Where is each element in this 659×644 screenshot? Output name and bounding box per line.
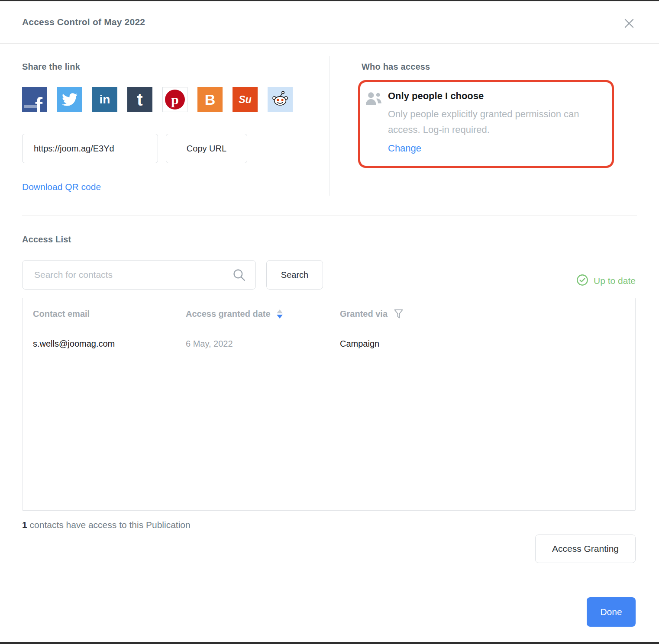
access-option-description: Only people explicitly granted permissio…: [388, 106, 609, 138]
table-cell: Campaign: [340, 339, 635, 349]
access-option-title: Only people I choose: [388, 90, 484, 102]
access-option-card: Only people I choose Only people explici…: [358, 80, 614, 168]
summary-text: 1 contacts have access to this Publicati…: [22, 520, 191, 530]
pinterest-icon[interactable]: p: [162, 87, 187, 112]
close-icon[interactable]: [622, 16, 636, 31]
column-header-contact-email: Contact email: [33, 309, 186, 319]
download-qr-link[interactable]: Download QR code: [22, 182, 101, 192]
horizontal-divider: [22, 215, 637, 216]
column-header-granted-via: Granted via: [340, 309, 635, 319]
access-granting-button[interactable]: Access Granting: [535, 535, 636, 563]
share-section-title: Share the link: [22, 62, 80, 72]
table-cell: 6 May, 2022: [186, 339, 340, 349]
search-field-wrap: [22, 260, 256, 290]
filter-icon[interactable]: [394, 309, 404, 319]
access-control-modal: Access Control of May 2022 Share the lin…: [0, 0, 659, 644]
people-icon: [364, 89, 383, 110]
tumblr-icon[interactable]: t: [127, 87, 152, 112]
linkedin-icon[interactable]: in: [92, 87, 117, 112]
twitter-icon[interactable]: [57, 87, 82, 112]
table-cell: s.wells@joomag.com: [33, 339, 186, 349]
table-row[interactable]: s.wells@joomag.com6 May, 2022Campaign: [23, 329, 635, 358]
done-button[interactable]: Done: [587, 597, 636, 627]
share-url-input[interactable]: [22, 134, 158, 163]
table-header-row: Contact email Access granted date Grante…: [23, 298, 635, 329]
access-list-title: Access List: [22, 235, 71, 245]
check-circle-icon: [576, 274, 588, 288]
vertical-divider: [329, 56, 330, 196]
facebook-icon[interactable]: f: [22, 87, 47, 112]
backdrop-edge-bottom: [0, 642, 659, 644]
modal-header: Access Control of May 2022: [0, 1, 659, 44]
copy-url-button[interactable]: Copy URL: [166, 134, 247, 163]
column-header-access-granted-date: Access granted date: [186, 309, 340, 319]
sync-status: Up to date: [576, 274, 636, 288]
modal-title: Access Control of May 2022: [22, 17, 145, 27]
access-table: Contact email Access granted date Grante…: [22, 298, 636, 511]
sort-icon[interactable]: [277, 309, 283, 319]
summary-label: contacts have access to this Publication: [30, 520, 191, 530]
social-icons-row: fintpBSu: [22, 87, 293, 112]
search-icon[interactable]: [232, 267, 246, 284]
blogger-icon[interactable]: B: [197, 87, 223, 112]
access-section-title: Who has access: [362, 62, 430, 72]
sync-status-label: Up to date: [594, 276, 636, 286]
search-input[interactable]: [22, 260, 256, 290]
stumbleupon-icon[interactable]: Su: [233, 87, 258, 112]
change-access-link[interactable]: Change: [388, 143, 421, 154]
summary-count: 1: [22, 520, 27, 530]
search-button[interactable]: Search: [266, 260, 323, 290]
reddit-icon[interactable]: [268, 87, 293, 112]
table-body: s.wells@joomag.com6 May, 2022Campaign: [23, 329, 635, 358]
